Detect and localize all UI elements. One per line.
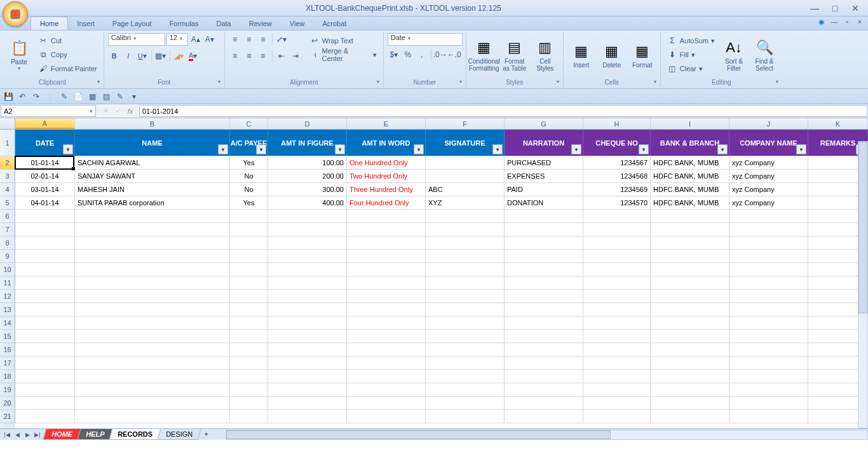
empty-cell[interactable] xyxy=(505,410,583,423)
empty-cell[interactable] xyxy=(583,276,651,289)
empty-cell[interactable] xyxy=(651,303,729,316)
empty-cell[interactable] xyxy=(75,250,230,262)
empty-cell[interactable] xyxy=(75,236,230,249)
row-header-9[interactable]: 9 xyxy=(0,250,15,263)
empty-cell[interactable] xyxy=(426,357,505,369)
empty-cell[interactable] xyxy=(729,210,808,222)
empty-cell[interactable] xyxy=(729,303,808,316)
decrease-indent-button[interactable]: ⇤ xyxy=(275,50,288,62)
hdr-bank[interactable]: BANK & BRANCH xyxy=(651,130,729,156)
tab-review[interactable]: Review xyxy=(240,17,281,30)
select-all-corner[interactable] xyxy=(0,118,15,129)
empty-cell[interactable] xyxy=(426,343,505,356)
empty-cell[interactable] xyxy=(347,330,426,343)
empty-cell[interactable] xyxy=(651,210,729,222)
qat-dropdown-icon[interactable]: ▾ xyxy=(128,91,140,102)
row-header-17[interactable]: 17 xyxy=(0,357,15,370)
empty-cell[interactable] xyxy=(347,223,426,236)
empty-cell[interactable] xyxy=(651,397,729,409)
align-left-button[interactable]: ≡ xyxy=(229,50,241,62)
empty-cell[interactable] xyxy=(347,410,426,423)
new-sheet-icon[interactable]: ✦ xyxy=(200,430,213,439)
empty-cell[interactable] xyxy=(651,383,729,396)
col-header-e[interactable]: E xyxy=(347,118,426,129)
empty-cell[interactable] xyxy=(268,330,347,343)
empty-cell[interactable] xyxy=(729,276,808,289)
empty-cell[interactable] xyxy=(583,397,651,409)
comma-button[interactable]: , xyxy=(416,48,428,61)
empty-cell[interactable] xyxy=(230,383,268,396)
empty-cell[interactable] xyxy=(426,383,505,396)
sheet-nav-first-icon[interactable]: |◀ xyxy=(3,432,11,438)
empty-cell[interactable] xyxy=(651,223,729,236)
cell-company[interactable]: xyz Company xyxy=(729,196,808,209)
empty-cell[interactable] xyxy=(268,236,347,249)
empty-cell[interactable] xyxy=(426,370,505,383)
align-bottom-button[interactable]: ≡ xyxy=(257,33,269,46)
qat-custom2-icon[interactable]: 📄 xyxy=(72,91,84,102)
tab-home[interactable]: Home xyxy=(31,17,68,30)
cell-figure[interactable]: 100.00 xyxy=(268,156,347,169)
empty-cell[interactable] xyxy=(505,290,583,303)
row-header-19[interactable]: 19 xyxy=(0,383,15,397)
empty-cell[interactable] xyxy=(15,303,75,316)
row-header-18[interactable]: 18 xyxy=(0,370,15,383)
cell-company[interactable]: xyz Company xyxy=(729,170,808,182)
empty-cell[interactable] xyxy=(230,370,268,383)
empty-cell[interactable] xyxy=(729,370,808,383)
empty-cell[interactable] xyxy=(729,397,808,409)
empty-cell[interactable] xyxy=(583,210,651,222)
cell-figure[interactable]: 200.00 xyxy=(268,170,347,182)
format-painter-button[interactable]: 🖌Format Painter xyxy=(36,62,100,75)
qat-custom5-icon[interactable]: ✎ xyxy=(114,91,126,102)
empty-cell[interactable] xyxy=(15,383,75,396)
empty-cell[interactable] xyxy=(505,370,583,383)
empty-cell[interactable] xyxy=(729,290,808,303)
cell-narration[interactable]: DONATION xyxy=(505,196,583,209)
empty-cell[interactable] xyxy=(426,210,505,222)
sheet-tab-records[interactable]: RECORDS xyxy=(109,429,161,440)
hdr-payee[interactable]: A/C PAYEE xyxy=(230,130,268,156)
cell-styles-button[interactable]: ▥Cell Styles xyxy=(531,33,559,76)
fill-color-button[interactable]: ◢▾ xyxy=(173,50,186,62)
vscroll-thumb[interactable] xyxy=(858,142,867,313)
bold-button[interactable]: B xyxy=(108,50,121,62)
hdr-signature[interactable]: SIGNATURE xyxy=(426,130,505,156)
empty-cell[interactable] xyxy=(268,357,347,369)
ribbon-restore-button[interactable]: ▫ xyxy=(843,18,851,26)
number-format-select[interactable]: Date xyxy=(388,33,463,46)
empty-cell[interactable] xyxy=(651,276,729,289)
empty-cell[interactable] xyxy=(651,330,729,343)
empty-cell[interactable] xyxy=(729,236,808,249)
underline-button[interactable]: U▾ xyxy=(136,50,149,62)
save-icon[interactable]: 💾 xyxy=(3,91,14,102)
row-header-20[interactable]: 20 xyxy=(0,397,15,410)
empty-cell[interactable] xyxy=(505,210,583,222)
empty-cell[interactable] xyxy=(347,290,426,303)
empty-cell[interactable] xyxy=(15,330,75,343)
empty-cell[interactable] xyxy=(729,317,808,329)
empty-cell[interactable] xyxy=(505,250,583,262)
cell-word[interactable]: Two Hundred Only xyxy=(347,170,426,182)
format-cells-button[interactable]: ▦Format xyxy=(628,33,656,76)
cell-narration[interactable]: PURCHASED xyxy=(505,156,583,169)
empty-cell[interactable] xyxy=(583,290,651,303)
empty-cell[interactable] xyxy=(15,370,75,383)
empty-cell[interactable] xyxy=(729,250,808,262)
empty-cell[interactable] xyxy=(729,357,808,369)
empty-cell[interactable] xyxy=(505,263,583,276)
cell-cheque[interactable]: 1234567 xyxy=(583,156,651,169)
office-button[interactable] xyxy=(3,1,28,27)
empty-cell[interactable] xyxy=(426,250,505,262)
cell-word[interactable]: One Hundred Only xyxy=(347,156,426,169)
empty-cell[interactable] xyxy=(729,343,808,356)
row-header-12[interactable]: 12 xyxy=(0,290,15,303)
empty-cell[interactable] xyxy=(426,410,505,423)
percent-button[interactable]: % xyxy=(402,48,414,61)
empty-cell[interactable] xyxy=(505,303,583,316)
formula-input[interactable]: 01-01-2014 xyxy=(139,105,867,117)
empty-cell[interactable] xyxy=(230,236,268,249)
empty-cell[interactable] xyxy=(268,303,347,316)
empty-cell[interactable] xyxy=(505,383,583,396)
cell-date[interactable]: 01-01-14 xyxy=(15,156,75,169)
